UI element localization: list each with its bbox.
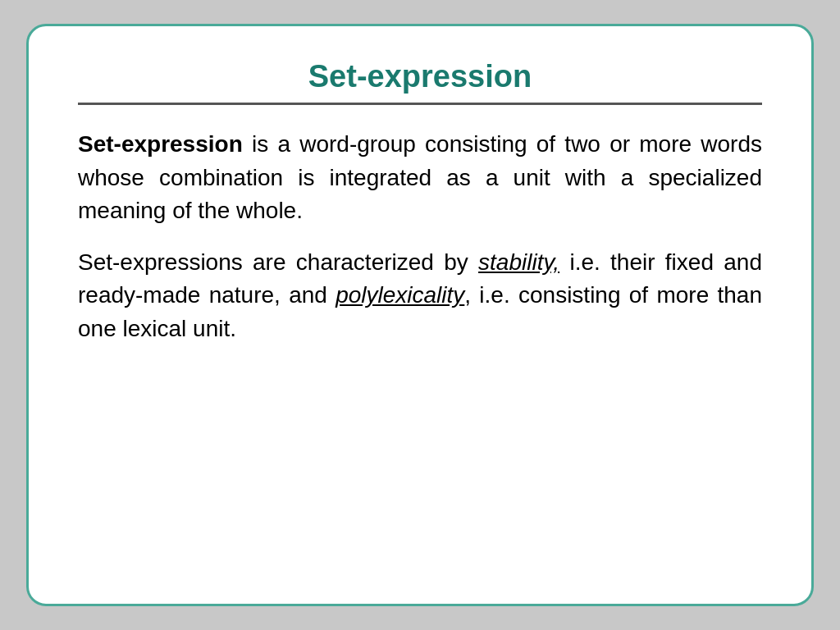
paragraph-1: Set-expression is a word-group consistin… bbox=[78, 128, 762, 228]
content-area: Set-expression is a word-group consistin… bbox=[78, 128, 762, 571]
slide: Set-expression Set-expression is a word-… bbox=[26, 24, 814, 606]
paragraph-2-part1: Set-expressions are characterized by bbox=[78, 249, 478, 275]
bold-term-set-expression: Set-expression bbox=[78, 131, 243, 157]
title-underline bbox=[78, 103, 762, 105]
slide-title: Set-expression bbox=[308, 59, 532, 94]
title-section: Set-expression bbox=[78, 59, 762, 105]
stability-term: stability, bbox=[478, 249, 559, 275]
polylexicality-term: polylexicality bbox=[336, 282, 464, 308]
paragraph-2: Set-expressions are characterized by sta… bbox=[78, 246, 762, 346]
